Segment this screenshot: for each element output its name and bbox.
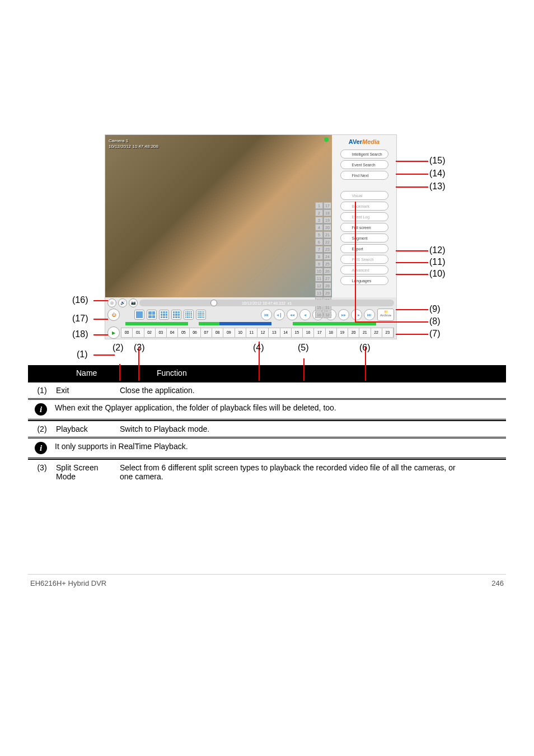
brand-logo: AVerMedia <box>332 138 396 145</box>
hour-cell[interactable]: 00 <box>121 328 133 337</box>
marker-1: (1) <box>77 349 88 360</box>
hour-cell[interactable]: 18 <box>326 328 337 337</box>
hour-cell[interactable]: 11 <box>246 328 257 337</box>
dewarp-icon[interactable]: ◎ <box>107 298 116 307</box>
pos-search-button[interactable]: POS Search <box>340 255 388 264</box>
info-icon: i <box>35 442 47 454</box>
row1-name: Exit <box>56 386 118 395</box>
hour-cell[interactable]: 17 <box>314 328 325 337</box>
camera-cell[interactable]: 17 <box>324 202 331 209</box>
overlay-timestamp: 10/12/2012 10:47:48:208 <box>109 144 158 150</box>
hour-cell[interactable]: 08 <box>212 328 223 337</box>
fast-forward-button[interactable]: ▸▸ <box>338 309 349 320</box>
camera-cell[interactable]: 11 <box>315 275 323 282</box>
hour-cell[interactable]: 21 <box>359 328 371 337</box>
end-button[interactable]: ⏭ <box>364 309 375 320</box>
camera-cell[interactable]: 32 <box>324 311 331 318</box>
camera-cell[interactable]: 20 <box>324 224 331 231</box>
camera-cell[interactable]: 29 <box>324 290 331 296</box>
hour-cell[interactable]: 12 <box>257 328 269 337</box>
camera-cell[interactable]: 4 <box>315 224 323 231</box>
exit-button[interactable]: ⏻ <box>107 309 120 321</box>
row2-num: (2) <box>28 424 56 433</box>
camera-cell[interactable]: 28 <box>324 282 331 289</box>
languages-button[interactable]: Languages <box>340 276 388 285</box>
marker-2: (2) <box>113 343 124 353</box>
camera-cell[interactable]: 3 <box>315 217 323 223</box>
marker-5: (5) <box>298 343 309 353</box>
export-button[interactable]: Export <box>340 244 388 253</box>
hour-cell[interactable]: 05 <box>178 328 189 337</box>
hour-cell[interactable]: 03 <box>156 328 167 337</box>
camera-cell[interactable]: 6 <box>315 239 323 245</box>
camera-cell[interactable]: 12 <box>315 282 323 289</box>
hour-cell[interactable]: 15 <box>292 328 303 337</box>
camera-cell[interactable]: 13 <box>315 290 323 296</box>
hour-cell[interactable]: 20 <box>348 328 359 337</box>
camera-cell[interactable]: 10 <box>315 268 323 274</box>
layout-9-button[interactable] <box>171 310 181 320</box>
playback-mode-button[interactable]: ▶ <box>107 326 120 339</box>
col-function: Function <box>150 365 194 381</box>
hour-cell[interactable]: 07 <box>201 328 212 337</box>
camera-cell[interactable]: 9 <box>315 260 323 267</box>
camera-cell[interactable]: 2 <box>315 209 323 216</box>
layout-4-button[interactable] <box>147 310 157 320</box>
camera-cell[interactable]: 19 <box>324 217 331 223</box>
row1-func: Close the application. <box>120 386 195 395</box>
begin-button[interactable]: ⏮ <box>261 309 272 320</box>
full-screen-button[interactable]: Full screen <box>340 223 388 232</box>
camera-cell[interactable]: 25 <box>324 260 331 267</box>
snapshot-icon[interactable]: 📷 <box>129 298 138 307</box>
camera-cell[interactable]: 7 <box>315 246 323 253</box>
visual-button[interactable]: Visual <box>340 191 388 200</box>
hour-cell[interactable]: 19 <box>337 328 348 337</box>
intelligent-search-button[interactable]: Intelligent Search <box>340 150 388 158</box>
event-log-button[interactable]: Event Log <box>340 212 388 221</box>
layout-8-button[interactable] <box>159 310 169 320</box>
hour-cell[interactable]: 02 <box>144 328 156 337</box>
row3-name: Split Screen Mode <box>56 463 118 481</box>
rewind-button[interactable]: ◂◂ <box>287 309 298 320</box>
row2-func: Switch to Playback mode. <box>120 424 209 433</box>
camera-cell[interactable]: 27 <box>324 275 331 282</box>
archive-button[interactable]: 📁Archive <box>377 309 394 321</box>
speed-text: x1 <box>288 301 292 305</box>
advanced-button[interactable]: Advanced <box>340 265 388 274</box>
hour-cell[interactable]: 10 <box>235 328 246 337</box>
step-back-button[interactable]: ◂❙ <box>274 309 285 320</box>
camera-cell[interactable]: 24 <box>324 253 331 260</box>
layout-13-button[interactable] <box>184 310 194 320</box>
segment-button[interactable]: Segment <box>340 234 388 242</box>
bookmark-button[interactable]: Bookmark <box>340 202 388 211</box>
hour-cell[interactable]: 13 <box>269 328 280 337</box>
step-forward-button[interactable]: ❙▸ <box>351 309 362 320</box>
camera-cell[interactable]: 8 <box>315 253 323 260</box>
hour-cell[interactable]: 06 <box>190 328 201 337</box>
hour-ruler[interactable]: 0001020304050607080910111213141516171819… <box>121 328 394 338</box>
camera-cell[interactable]: 26 <box>324 268 331 274</box>
camera-cell[interactable]: 23 <box>324 246 331 253</box>
camera-cell[interactable]: 5 <box>315 231 323 238</box>
hour-cell[interactable]: 04 <box>167 328 178 337</box>
camera-cell[interactable]: 1 <box>315 202 323 209</box>
camera-cell[interactable]: 21 <box>324 231 331 238</box>
camera-cell[interactable]: 18 <box>324 209 331 216</box>
hour-cell[interactable]: 23 <box>382 328 394 337</box>
camera-cell[interactable]: 16 <box>315 311 323 318</box>
layout-1-button[interactable] <box>134 310 144 320</box>
hour-cell[interactable]: 01 <box>133 328 144 337</box>
audio-toggle-icon[interactable]: 🔊 <box>118 298 127 307</box>
hour-cell[interactable]: 09 <box>223 328 235 337</box>
play-reverse-button[interactable]: ◂ <box>299 309 311 320</box>
find-next-button[interactable]: Find Next <box>340 171 388 180</box>
camera-cell[interactable]: 22 <box>324 239 331 245</box>
table-header-row: Name Function <box>28 365 506 382</box>
hour-cell[interactable]: 16 <box>303 328 314 337</box>
hour-cell[interactable]: 22 <box>371 328 382 337</box>
layout-16-button[interactable] <box>196 310 206 320</box>
scrub-handle[interactable] <box>210 300 217 306</box>
event-search-button[interactable]: Event Search <box>340 160 388 169</box>
hour-cell[interactable]: 14 <box>280 328 292 337</box>
marker-12: (12) <box>429 245 445 255</box>
